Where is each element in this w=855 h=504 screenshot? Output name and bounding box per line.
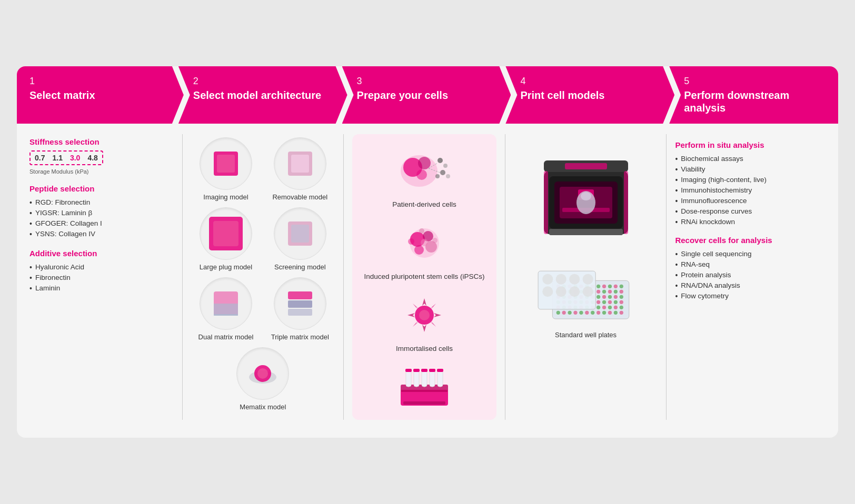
insitu-item-6: RNAi knockdown: [675, 217, 819, 227]
stiffness-bar: 0.7 1.1 3.0 4.8: [29, 150, 103, 165]
svg-point-152: [555, 286, 566, 297]
cell-patient-visual: [390, 145, 459, 197]
svg-rect-11: [288, 291, 312, 299]
svg-point-117: [596, 300, 600, 304]
stiffness-heading: Stiffness selection: [29, 137, 174, 146]
svg-point-149: [569, 274, 580, 285]
col-prepare-cells: Patient-derived cells: [344, 134, 505, 420]
svg-point-119: [608, 300, 611, 304]
svg-point-135: [562, 311, 565, 315]
svg-point-19: [418, 157, 431, 169]
recover-list: Single cell sequencing RNA-seq Protein a…: [675, 249, 819, 301]
svg-marker-40: [407, 313, 415, 317]
svg-rect-53: [438, 370, 443, 387]
svg-point-108: [613, 295, 617, 299]
cell-ipscs-visual: [390, 217, 459, 269]
svg-point-142: [602, 311, 605, 315]
svg-point-147: [542, 274, 553, 285]
svg-point-32: [414, 245, 424, 255]
svg-point-151: [542, 286, 553, 297]
svg-point-145: [619, 311, 623, 315]
model-dual-visual: [200, 277, 252, 330]
step-1-num: 1: [29, 76, 173, 87]
svg-point-132: [613, 306, 617, 309]
svg-point-34: [408, 238, 414, 245]
svg-rect-7: [291, 225, 309, 243]
cell-patient-label: Patient-derived cells: [392, 200, 456, 208]
svg-rect-54: [405, 369, 412, 372]
peptide-heading: Peptide selection: [29, 184, 174, 193]
col-downstream: Perform in situ analysis Biochemical ass…: [667, 134, 828, 420]
svg-rect-5: [213, 221, 238, 246]
svg-rect-58: [437, 369, 443, 372]
model-triple-label: Triple matrix model: [271, 333, 329, 341]
svg-rect-52: [430, 370, 435, 387]
svg-point-130: [602, 306, 605, 309]
recover-item-0: Single cell sequencing: [675, 249, 819, 259]
col-model-architecture: Imaging model Removable model: [183, 134, 344, 420]
svg-point-140: [591, 311, 594, 315]
cell-immortalised-visual: [390, 289, 459, 341]
cell-items: Patient-derived cells: [357, 145, 491, 414]
step-3-title: Prepare your cells: [357, 89, 501, 102]
svg-rect-9: [214, 304, 238, 316]
svg-point-141: [596, 311, 600, 315]
model-mematix-visual: [236, 347, 289, 400]
peptide-item-1: YIGSR: Laminin β: [29, 208, 174, 218]
svg-point-144: [613, 311, 617, 315]
model-grid: Imaging model Removable model: [191, 137, 335, 411]
svg-point-25: [435, 174, 440, 178]
svg-point-21: [438, 158, 443, 163]
additive-item-0: Hyaluronic Acid: [29, 262, 174, 273]
svg-point-84: [613, 285, 617, 288]
model-largeplug-label: Large plug model: [200, 263, 252, 271]
step-3: 3 Prepare your cells: [342, 66, 511, 124]
svg-point-36: [432, 238, 438, 243]
step-2: 2 Select model architecture: [178, 66, 347, 124]
svg-point-82: [602, 285, 605, 288]
cell-vials-visual: [390, 361, 459, 414]
step-2-title: Select model architecture: [193, 89, 337, 102]
peptide-item-2: GFOGER: Collagen I: [29, 218, 174, 229]
recover-heading: Recover cells for analysis: [675, 236, 819, 245]
svg-rect-57: [429, 369, 435, 372]
model-largeplug: Large plug model: [191, 207, 261, 271]
svg-point-23: [440, 170, 445, 175]
peptide-item-3: YSNS: Collagen IV: [29, 229, 174, 239]
steps-header: 1 Select matrix 2 Select model architect…: [17, 66, 838, 124]
svg-rect-10: [214, 314, 238, 316]
plates-visual: [533, 251, 639, 325]
svg-point-106: [602, 295, 605, 299]
stiffness-val-3: 4.8: [87, 154, 97, 162]
svg-point-131: [608, 306, 611, 309]
svg-point-120: [613, 300, 617, 304]
svg-point-154: [582, 286, 593, 297]
model-dual-label: Dual matrix model: [198, 333, 254, 341]
svg-point-148: [555, 274, 566, 285]
step-4: 4 Print cell models: [505, 66, 674, 124]
svg-rect-69: [565, 163, 607, 169]
model-screening-label: Screening model: [274, 263, 326, 271]
model-mematix: Mematix model: [236, 347, 289, 411]
insitu-item-2: Imaging (high-content, live): [675, 175, 819, 185]
stiffness-val-2: 3.0: [70, 154, 80, 162]
col-print: Standard well plates: [505, 134, 667, 420]
additive-list: Hyaluronic Acid Fibronectin Laminin: [29, 262, 174, 294]
step-4-num: 4: [520, 76, 664, 87]
svg-point-33: [421, 239, 428, 246]
peptide-list: RGD: Fibronectin YIGSR: Laminin β GFOGER…: [29, 197, 174, 239]
svg-point-143: [608, 311, 611, 315]
model-mematix-label: Mematix model: [240, 403, 286, 411]
insitu-list: Biochemical assays Viability Imaging (hi…: [675, 154, 819, 227]
svg-point-129: [596, 306, 600, 309]
stiffness-val-0: 0.7: [35, 154, 45, 162]
svg-point-85: [619, 285, 623, 288]
svg-marker-39: [422, 325, 426, 332]
cell-patient: Patient-derived cells: [357, 145, 491, 208]
step-1: 1 Select matrix: [17, 66, 184, 124]
insitu-section: Perform in situ analysis Biochemical ass…: [675, 134, 819, 227]
svg-rect-3: [291, 155, 309, 173]
main-container: 1 Select matrix 2 Select model architect…: [17, 66, 838, 438]
model-imaging: Imaging model: [191, 137, 261, 201]
cell-ipscs: Induced pluripotent stem cells (iPSCs): [357, 217, 491, 280]
